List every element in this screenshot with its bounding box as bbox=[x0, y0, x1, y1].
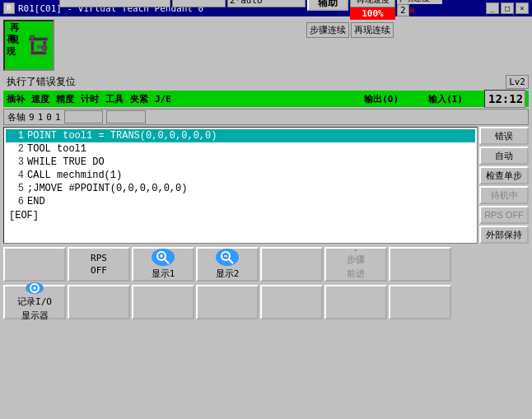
manual-speed-h: H bbox=[410, 7, 414, 15]
record-icon bbox=[26, 282, 44, 294]
program-value2 bbox=[60, 0, 170, 7]
input-label: 输入(I) bbox=[428, 93, 463, 105]
speed-value: 100% bbox=[350, 7, 395, 20]
check-step-button[interactable]: 检查单步 bbox=[479, 166, 529, 184]
display1-label: 显示1 bbox=[152, 268, 175, 280]
play-icon bbox=[348, 249, 364, 252]
code-editor[interactable]: 1 POINT tool1 = TRANS(0,0,0,0,0,0) 2 TOO… bbox=[3, 127, 478, 244]
empty-btn-3 bbox=[389, 247, 451, 282]
empty-btn-9 bbox=[389, 285, 451, 319]
code-line-5[interactable]: 5 ;JMOVE #PPOINT(0,0,0,0,0,0) bbox=[6, 182, 475, 195]
error-bar: 执行了错误复位 bbox=[3, 74, 502, 89]
step-continuous-button[interactable]: 步骤连续 bbox=[306, 22, 349, 38]
clamp-label: 夹紧 bbox=[130, 93, 148, 105]
hold-button[interactable]: 待机中 bbox=[479, 186, 529, 204]
axis-val-2: 1 bbox=[38, 112, 44, 123]
eof-line: [EOF] bbox=[6, 208, 475, 223]
record-io-btn[interactable]: 记录I/O 显示器 bbox=[3, 285, 66, 319]
manual-speed-value: 2 bbox=[397, 4, 409, 16]
insert-label: 插补 bbox=[7, 93, 25, 105]
empty-btn-5 bbox=[132, 285, 194, 319]
display2-btn[interactable]: 显示2 bbox=[196, 247, 259, 282]
display1-btn[interactable]: 显示1 bbox=[132, 247, 194, 282]
error-text: 执行了错误复位 bbox=[7, 75, 76, 89]
lv2-indicator: Lv2 bbox=[506, 75, 529, 89]
svg-line-8 bbox=[165, 259, 169, 263]
empty-btn-8 bbox=[324, 285, 387, 319]
je-label: J/E bbox=[155, 94, 171, 105]
axes-bracket-left bbox=[64, 110, 104, 123]
error-button[interactable]: 错误 bbox=[479, 127, 529, 145]
display2-label: 显示2 bbox=[216, 268, 240, 280]
reigen-continuous-button[interactable]: 再现连续 bbox=[351, 22, 394, 38]
code-line-2[interactable]: 2 TOOL tool1 bbox=[6, 142, 475, 156]
external-hold-button[interactable]: 外部保持 bbox=[479, 226, 529, 244]
display1-icon bbox=[152, 249, 175, 266]
pc-value2: 2*auto bbox=[228, 0, 305, 7]
svg-point-5 bbox=[30, 35, 35, 40]
rps-label: RPS bbox=[91, 253, 107, 263]
empty-btn-1 bbox=[3, 247, 66, 282]
code-line-4[interactable]: 4 CALL mechmind(1) bbox=[6, 169, 475, 182]
status-bar: 插补 速度 精度 计时 工具 夹紧 J/E 输出(O) 输入(I) 12:12 bbox=[3, 91, 529, 107]
svg-marker-14 bbox=[355, 249, 357, 252]
code-line-3[interactable]: 3 WHILE TRUE DO bbox=[6, 156, 475, 169]
speed-label: 速度 bbox=[31, 93, 49, 105]
step-forward-line1: 步骤 bbox=[347, 254, 365, 266]
empty-btn-7 bbox=[260, 285, 323, 319]
axes-row: 各轴 9 1 0 1 bbox=[3, 109, 529, 125]
step-forward-line2: 前进 bbox=[347, 268, 365, 280]
empty-btn-2 bbox=[260, 247, 323, 282]
display2-icon bbox=[216, 249, 239, 266]
right-button-panel: 错误 自动 检查单步 待机中 RPS OFF 外部保持 bbox=[479, 127, 529, 244]
reigen-label-text: 再現 bbox=[10, 21, 19, 46]
precision-label: 精度 bbox=[56, 93, 74, 105]
axis-val-1: 9 bbox=[29, 112, 35, 123]
output-label: 输出(O) bbox=[364, 93, 399, 105]
axes-bracket-right bbox=[106, 110, 146, 123]
auto-button[interactable]: 自动 bbox=[479, 147, 529, 165]
search-magnify-icon bbox=[156, 250, 170, 265]
camera-icon bbox=[29, 282, 40, 294]
axes-label: 各轴 bbox=[7, 111, 26, 123]
empty-btn-6 bbox=[196, 285, 259, 319]
time-display: 12:12 bbox=[484, 90, 525, 108]
robot-icon bbox=[25, 30, 53, 60]
axis-val-3: 0 bbox=[46, 112, 52, 123]
search-magnify2-icon bbox=[220, 250, 235, 265]
axis-val-4: 1 bbox=[55, 112, 61, 123]
record-io-label: 记录I/O bbox=[17, 296, 52, 308]
code-line-1[interactable]: 1 POINT tool1 = TRANS(0,0,0,0,0,0) bbox=[6, 129, 475, 142]
timer-label: 计时 bbox=[81, 93, 99, 105]
rps-off-button[interactable]: RPS OFF bbox=[479, 206, 529, 224]
window-icon: R bbox=[3, 2, 15, 14]
tool-label: 工具 bbox=[105, 93, 124, 105]
code-line-6[interactable]: 6 END bbox=[6, 195, 475, 208]
assist-button[interactable]: 辅助 bbox=[307, 0, 348, 11]
rps-off-btn[interactable]: RPS OFF bbox=[68, 247, 130, 282]
svg-line-12 bbox=[229, 259, 233, 263]
step-forward-btn[interactable]: 步骤 前进 bbox=[324, 247, 387, 282]
fukugen-speed-label: 再现速度 bbox=[350, 0, 395, 7]
svg-point-6 bbox=[43, 46, 48, 51]
empty-btn-4 bbox=[68, 285, 130, 319]
svg-rect-2 bbox=[31, 51, 47, 54]
rps-sub: OFF bbox=[91, 265, 107, 276]
record-io-sub: 显示器 bbox=[21, 310, 49, 322]
